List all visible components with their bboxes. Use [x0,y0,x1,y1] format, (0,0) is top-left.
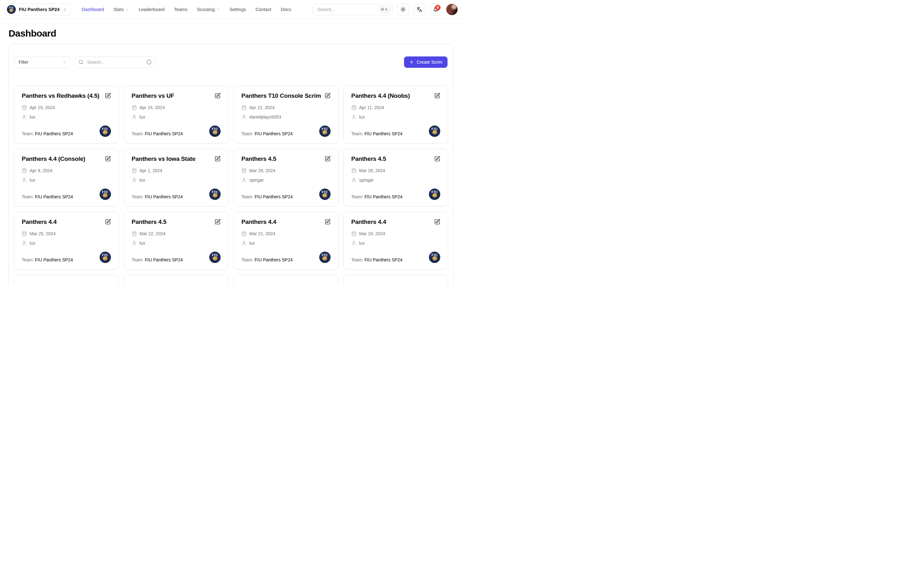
language-button[interactable] [414,3,425,16]
scrim-card-partial[interactable] [14,275,119,286]
calendar-icon [242,168,247,173]
scrim-date: Mar 25, 2024 [22,230,111,237]
scrim-host: lux [351,239,440,247]
nav-scouting[interactable]: Scouting [197,7,220,12]
chevron-down-icon [126,8,129,11]
edit-icon [434,156,440,162]
main-nav: Dashboard Stats Leaderboard Teams Scouti… [82,7,291,12]
filter-label: Filter [19,60,28,65]
nav-docs[interactable]: Docs [281,7,291,12]
global-search: ⌘ K [313,4,393,15]
team-logo: FIU [209,188,220,200]
theme-toggle-button[interactable] [397,3,409,16]
nav-stats[interactable]: Stats [113,7,129,12]
nav-contact[interactable]: Contact [256,7,271,12]
edit-scrim-button[interactable] [105,93,111,99]
scrim-date: Mar 22, 2024 [132,230,221,237]
scrim-search-input[interactable] [86,59,144,65]
nav-stats-label: Stats [113,7,124,12]
team-logo: FIU [99,188,111,200]
scrim-card[interactable]: Panthers 4.4 Mar 19, 2024 lux Team: FIU … [344,211,448,270]
scrim-card[interactable]: Panthers 4.4 (Console) Apr 9, 2024 lux T… [14,149,119,207]
create-scrim-button[interactable]: Create Scrim [404,56,448,68]
scrim-date: Apr 1, 2024 [132,167,221,174]
team-line: Team: FIU Panthers SP24 [351,194,403,200]
edit-scrim-button[interactable] [325,219,330,225]
edit-scrim-button[interactable] [105,156,111,162]
scrim-card[interactable]: Panthers 4.5 Mar 29, 2024 spingar Team: … [234,149,338,207]
team-logo: FIU [319,126,330,137]
scrim-card[interactable]: Panthers vs Redhawks (4.5) Apr 19, 2024 … [14,85,119,143]
app-header: FIU FIU Panthers SP24 Dashboard Stats Le… [0,0,462,19]
global-search-input[interactable] [317,7,378,12]
scrim-card[interactable]: Panthers 4.5 Mar 22, 2024 lux Team: FIU … [124,211,229,270]
team-line: Team: FIU Panthers SP24 [242,256,293,263]
team-logo: FIU [429,188,440,200]
scrim-host: lux [132,177,221,183]
team-line: Team: FIU Panthers SP24 [22,131,73,137]
info-icon[interactable] [147,60,152,65]
scrim-card[interactable]: Panthers 4.4 Mar 21, 2024 lux Team: FIU … [234,211,338,270]
edit-scrim-button[interactable] [215,156,220,162]
edit-scrim-button[interactable] [105,219,111,225]
scrim-date: Mar 21, 2024 [242,230,330,237]
edit-icon [325,93,330,99]
scrim-date: Apr 9, 2024 [22,167,111,174]
scrims-toolbar: Filter Create Scrim [14,56,448,68]
chevron-down-icon [216,8,220,11]
chevron-down-icon [62,60,67,64]
calendar-icon [132,168,137,173]
team-logo: FIU [429,126,440,137]
team-line: Team: FIU Panthers SP24 [242,131,293,137]
edit-scrim-button[interactable] [325,93,330,99]
scrim-date: Apr 12, 2024 [242,104,330,111]
filter-dropdown[interactable]: Filter [14,56,71,68]
edit-scrim-button[interactable] [215,219,220,225]
calendar-icon [242,105,247,110]
nav-dashboard[interactable]: Dashboard [82,7,104,12]
scrim-date: Apr 15, 2024 [132,104,221,111]
scrim-card[interactable]: Panthers 4.4 (Noobs) Apr 11, 2024 lux Te… [344,85,448,143]
scrim-host: lux [242,239,330,247]
scrim-card-partial[interactable] [124,275,229,286]
edit-scrim-button[interactable] [434,156,440,162]
edit-scrim-button[interactable] [434,219,440,225]
notification-count-badge: 5 [435,5,440,11]
team-logo: FIU [319,188,330,200]
nav-teams[interactable]: Teams [174,7,188,12]
edit-scrim-button[interactable] [325,156,330,162]
calendar-icon [132,105,137,110]
nav-settings[interactable]: Settings [229,7,246,12]
team-logo: FIU [429,252,440,263]
scrim-card[interactable]: Panthers vs Iowa State Apr 1, 2024 lux T… [124,149,229,207]
team-selector[interactable]: FIU FIU Panthers SP24 [5,3,71,16]
scrim-card-partial[interactable] [234,275,338,286]
user-avatar[interactable] [446,4,457,15]
scrim-card[interactable]: Panthers T10 Console Scrim Apr 12, 2024 … [234,85,338,143]
scrim-search [74,56,156,68]
main-content: Dashboard Filter Create Scrim Panthe [0,28,462,286]
keyboard-shortcut-hint: ⌘ K [378,6,390,13]
scrim-card[interactable]: Panthers 4.4 Mar 25, 2024 lux Team: FIU … [14,211,119,270]
scrim-title: Panthers 4.5 [242,155,276,163]
scrim-card-partial[interactable] [344,275,448,286]
calendar-icon [351,168,357,173]
nav-leaderboard[interactable]: Leaderboard [139,7,164,12]
user-icon [242,241,247,246]
scrim-title: Panthers vs UF [132,92,175,99]
notifications-button[interactable]: 5 [430,3,442,16]
scrim-card[interactable]: Panthers vs UF Apr 15, 2024 lux Team: FI… [124,85,229,143]
nav-scouting-label: Scouting [197,7,215,12]
user-icon [132,115,137,120]
calendar-icon [242,231,247,236]
edit-icon [105,219,111,225]
edit-scrim-button[interactable] [434,93,440,99]
edit-icon [105,156,111,162]
team-line: Team: FIU Panthers SP24 [132,131,183,137]
page-title: Dashboard [9,28,453,39]
scrim-date: Mar 19, 2024 [351,230,440,237]
create-scrim-label: Create Scrim [417,60,442,65]
scrim-card[interactable]: Panthers 4.5 Mar 28, 2024 spingar Team: … [344,149,448,207]
edit-scrim-button[interactable] [215,93,220,99]
calendar-icon [351,105,357,110]
